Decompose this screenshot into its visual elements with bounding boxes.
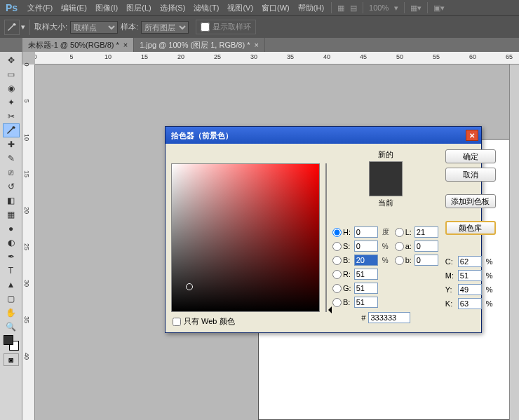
show-sampling-ring[interactable]: 显示取样环 xyxy=(196,20,256,34)
s-input[interactable] xyxy=(354,241,378,252)
foreground-color[interactable] xyxy=(4,335,13,345)
dialog-title: 拾色器（前景色） xyxy=(168,130,466,141)
menu-filter[interactable]: 滤镜(T) xyxy=(189,3,223,13)
scrollbar-vertical[interactable] xyxy=(509,65,519,420)
crop-tool[interactable]: ✂ xyxy=(3,109,20,123)
r-input[interactable] xyxy=(354,269,378,280)
y-input[interactable] xyxy=(458,284,482,295)
sample-layers-select[interactable]: 所有图层 xyxy=(141,21,189,34)
dodge-tool[interactable]: ◐ xyxy=(3,236,20,250)
k-input[interactable] xyxy=(458,298,482,309)
rgb-b-input[interactable] xyxy=(354,297,378,308)
hex-input[interactable] xyxy=(368,312,410,323)
toolbox: ✥ ▭ ◉ ✦ ✂ ✚ ✎ ⎚ ↺ ◧ ▦ ● ◐ ✒ T ▲ ▢ ✋ 🔍 ◙ xyxy=(0,52,22,420)
zoom-level[interactable]: 100% xyxy=(366,4,391,12)
new-color-swatch[interactable] xyxy=(370,162,402,179)
zoom-tool[interactable]: 🔍 xyxy=(3,320,20,334)
current-color-swatch[interactable] xyxy=(370,179,402,196)
sample-size-select[interactable]: 取样点 xyxy=(70,21,118,34)
close-icon[interactable]: × xyxy=(123,41,128,49)
zoom-dropdown-icon[interactable]: ▾ xyxy=(391,4,401,13)
color-picker-dialog: 拾色器（前景色） ✕ 只有 Web 颜色 新的 当前 H:度 L: S:% a: xyxy=(165,126,482,333)
move-tool[interactable]: ✥ xyxy=(3,53,20,67)
l-input[interactable] xyxy=(414,226,438,238)
tab-1jpg[interactable]: 1.jpg @ 100% (图层 1, RGB/8) *× xyxy=(134,38,265,52)
h-input[interactable] xyxy=(354,226,378,238)
g-input[interactable] xyxy=(354,283,378,294)
color-marker[interactable] xyxy=(186,283,193,290)
dialog-titlebar[interactable]: 拾色器（前景色） ✕ xyxy=(166,127,481,144)
eyedropper-tool-icon[interactable] xyxy=(4,20,20,35)
lab-b-input[interactable] xyxy=(414,255,438,266)
gradient-tool[interactable]: ▦ xyxy=(3,208,20,222)
menu-image[interactable]: 图像(I) xyxy=(91,3,122,13)
pen-tool[interactable]: ✒ xyxy=(3,250,20,264)
color-model-fields: H:度 L: S:% a: B:% b: R: G: B: xyxy=(332,226,440,308)
h-radio[interactable]: H: xyxy=(332,228,351,237)
color-swatches[interactable] xyxy=(4,335,19,351)
m-input[interactable] xyxy=(458,270,482,281)
close-button[interactable]: ✕ xyxy=(466,130,478,141)
cancel-button[interactable]: 取消 xyxy=(445,168,496,182)
tool-preset-dropdown-icon[interactable]: ▾ xyxy=(21,22,25,32)
close-icon[interactable]: × xyxy=(254,41,258,49)
add-to-swatches-button[interactable]: 添加到色板 xyxy=(445,194,496,208)
blur-tool[interactable]: ● xyxy=(3,222,20,236)
eyedropper-tool[interactable] xyxy=(3,123,20,137)
menu-help[interactable]: 帮助(H) xyxy=(294,3,328,13)
color-libraries-button[interactable]: 颜色库 xyxy=(445,221,496,235)
view-extras-icon[interactable]: ▦▾ xyxy=(407,4,424,13)
menu-file[interactable]: 文件(F) xyxy=(23,3,57,13)
a-input[interactable] xyxy=(414,241,438,252)
new-label: 新的 xyxy=(378,149,393,160)
app-logo: Ps xyxy=(6,2,18,13)
cmyk-fields: C:% M:% Y:% K:% xyxy=(445,256,496,309)
color-field[interactable] xyxy=(171,163,320,312)
launch-bridge-icon[interactable]: ▦ xyxy=(335,4,347,13)
hex-label: # xyxy=(361,313,365,322)
sample-size-label: 取样大小: xyxy=(34,22,67,32)
c-input[interactable] xyxy=(458,256,482,267)
menu-edit[interactable]: 编辑(E) xyxy=(57,3,91,13)
g-radio[interactable]: G: xyxy=(332,284,351,293)
menu-layer[interactable]: 图层(L) xyxy=(122,3,155,13)
swatch-column: 新的 当前 H:度 L: S:% a: B:% b: R: G: B: xyxy=(332,149,440,327)
s-radio[interactable]: S: xyxy=(332,242,351,251)
menu-view[interactable]: 视图(V) xyxy=(223,3,257,13)
path-selection-tool[interactable]: ▲ xyxy=(3,278,20,292)
hex-row: # xyxy=(361,312,410,323)
b-radio[interactable]: B: xyxy=(332,256,351,265)
hand-tool[interactable]: ✋ xyxy=(3,306,20,320)
lab-b-radio[interactable]: b: xyxy=(395,256,412,265)
hue-indicator[interactable] xyxy=(325,306,332,313)
web-only-checkbox[interactable] xyxy=(173,318,181,326)
type-tool[interactable]: T xyxy=(3,264,20,278)
shape-tool[interactable]: ▢ xyxy=(3,292,20,306)
lasso-tool[interactable]: ◉ xyxy=(3,81,20,95)
show-ring-checkbox[interactable] xyxy=(201,22,210,32)
hue-slider[interactable] xyxy=(325,163,327,312)
eraser-tool[interactable]: ◧ xyxy=(3,194,20,208)
marquee-tool[interactable]: ▭ xyxy=(3,67,20,81)
rgb-b-radio[interactable]: B: xyxy=(332,298,351,307)
clone-stamp-tool[interactable]: ⎚ xyxy=(3,165,20,179)
history-brush-tool[interactable]: ↺ xyxy=(3,179,20,194)
a-radio[interactable]: a: xyxy=(395,242,412,251)
brush-tool[interactable]: ✎ xyxy=(3,151,20,165)
menu-select[interactable]: 选择(S) xyxy=(156,3,190,13)
r-radio[interactable]: R: xyxy=(332,270,351,279)
menu-window[interactable]: 窗口(W) xyxy=(257,3,294,13)
launch-minibridge-icon[interactable]: ▤ xyxy=(347,4,360,13)
magic-wand-tool[interactable]: ✦ xyxy=(3,95,20,109)
b-input[interactable] xyxy=(354,255,378,266)
quick-mask-icon[interactable]: ◙ xyxy=(4,353,19,366)
ok-button[interactable]: 确定 xyxy=(445,149,496,163)
swatch-pair xyxy=(369,161,403,196)
web-only-checkbox-row[interactable]: 只有 Web 颜色 xyxy=(173,316,320,327)
ruler-horizontal: 05101520253035404550556065 xyxy=(35,52,519,65)
l-radio[interactable]: L: xyxy=(395,228,412,237)
ruler-vertical: 0510152025303540 xyxy=(22,65,35,420)
tab-untitled-1[interactable]: 未标题-1 @ 50%(RGB/8) *× xyxy=(22,38,134,52)
screen-mode-icon[interactable]: ▣▾ xyxy=(431,4,447,13)
healing-brush-tool[interactable]: ✚ xyxy=(3,137,20,151)
